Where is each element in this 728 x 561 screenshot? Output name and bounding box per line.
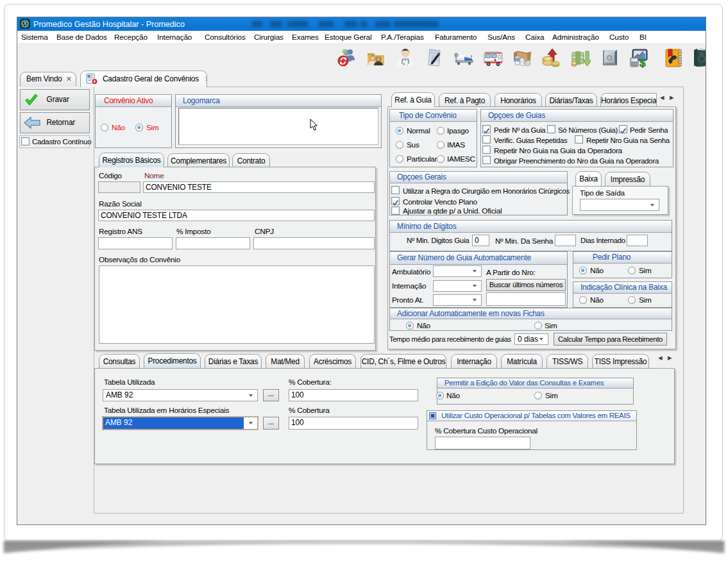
svg-text:$: $	[639, 57, 646, 68]
